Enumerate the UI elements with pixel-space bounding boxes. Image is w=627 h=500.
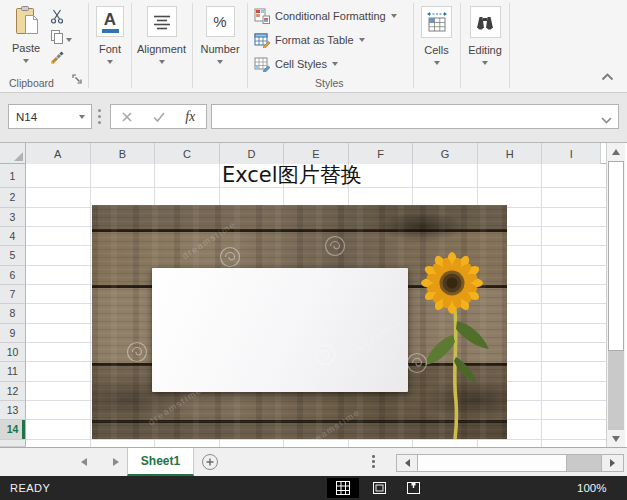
column-header-C[interactable]: C	[155, 143, 220, 164]
font-icon-letter: A	[104, 11, 116, 28]
row-header-8[interactable]: 8	[0, 304, 26, 323]
name-box[interactable]: N14	[8, 104, 92, 129]
fx-icon: fx	[185, 109, 195, 125]
watermark-spiral-icon	[406, 352, 428, 374]
row-header-2[interactable]: 2	[0, 188, 26, 207]
conditional-formatting-arrow	[391, 14, 397, 18]
normal-view-button[interactable]	[327, 478, 359, 498]
next-sheet-button[interactable]	[113, 458, 119, 466]
grid-view-icon	[336, 481, 350, 495]
vertical-scrollbar-track[interactable]	[608, 351, 624, 430]
row-header-12[interactable]: 12	[0, 382, 26, 401]
collapse-ribbon-button[interactable]	[601, 67, 614, 85]
format-as-table-button[interactable]: Format as Table	[254, 30, 365, 50]
column-header-D[interactable]: D	[220, 143, 285, 164]
row-header-13[interactable]: 13	[0, 401, 26, 420]
scroll-up-button[interactable]	[607, 143, 625, 160]
copy-icon	[50, 29, 64, 44]
row-header-partial	[0, 440, 26, 447]
horizontal-scrollbar-thumb[interactable]	[418, 455, 567, 471]
paste-label: Paste	[12, 42, 40, 54]
horizontal-scrollbar-track[interactable]	[567, 455, 601, 471]
format-painter-button[interactable]	[48, 48, 66, 66]
column-header-I[interactable]: I	[542, 143, 601, 164]
column-header-G[interactable]: G	[413, 143, 478, 164]
format-as-table-label: Format as Table	[275, 34, 354, 46]
column-header-E[interactable]: E	[284, 143, 349, 164]
column-header-H[interactable]: H	[478, 143, 543, 164]
excel-window: Paste	[0, 0, 627, 500]
row-header-6[interactable]: 6	[0, 266, 26, 285]
cell-styles-arrow	[332, 62, 338, 66]
styles-group-label: Styles	[315, 77, 344, 89]
cut-button[interactable]	[48, 7, 66, 25]
column-header-B[interactable]: B	[91, 143, 156, 164]
scissors-icon	[50, 9, 64, 24]
copy-button[interactable]	[48, 27, 66, 45]
insert-function-button[interactable]: fx	[174, 109, 206, 125]
column-header-F[interactable]: F	[349, 143, 414, 164]
format-as-table-icon	[254, 32, 270, 48]
select-all-button[interactable]	[0, 143, 26, 164]
triangle-down-icon	[612, 436, 620, 442]
dialog-launcher-icon	[72, 74, 82, 84]
tab-bar-splitter[interactable]	[372, 455, 375, 470]
number-button[interactable]: % Number	[193, 6, 247, 64]
conditional-formatting-button[interactable]: Conditional Formatting	[254, 6, 397, 26]
sheet-tab-active[interactable]: Sheet1	[127, 448, 194, 476]
vertical-scrollbar-thumb[interactable]	[608, 161, 624, 351]
cells-dropdown-arrow	[434, 61, 440, 65]
new-sheet-button[interactable]	[202, 454, 218, 470]
triangle-up-icon	[612, 149, 620, 155]
scroll-down-button[interactable]	[607, 430, 625, 447]
sheet-tab-bar: Sheet1	[0, 447, 627, 476]
row-header-14[interactable]: 14	[0, 420, 26, 439]
formula-bar-splitter[interactable]	[98, 109, 101, 127]
number-dropdown-arrow	[217, 60, 223, 64]
cancel-button[interactable]	[111, 112, 143, 122]
editing-button[interactable]: Editing	[461, 6, 509, 65]
row-header-3[interactable]: 3	[0, 208, 26, 227]
row-header-11[interactable]: 11	[0, 362, 26, 381]
clipboard-dialog-launcher[interactable]	[72, 70, 82, 88]
enter-button[interactable]	[143, 112, 175, 122]
row-header-7[interactable]: 7	[0, 285, 26, 304]
triangle-right-icon	[610, 459, 615, 467]
alignment-group-label: Alignment	[137, 43, 186, 55]
watermark-spiral-icon	[314, 344, 336, 366]
formula-buttons: fx	[110, 104, 207, 129]
cell-styles-button[interactable]: Cell Styles	[254, 54, 338, 74]
zoom-level[interactable]: 100%	[577, 482, 606, 494]
paste-icon	[13, 5, 40, 36]
sunflower-illustration	[412, 205, 507, 439]
paste-button[interactable]: Paste	[6, 5, 46, 63]
vertical-scrollbar[interactable]	[606, 143, 625, 447]
conditional-formatting-label: Conditional Formatting	[275, 10, 386, 22]
page-break-preview-button[interactable]	[400, 478, 427, 498]
expand-formula-bar-button[interactable]	[601, 114, 612, 126]
embedded-picture[interactable]: dreamstime dreamstime dreamstime dreamst…	[92, 205, 507, 439]
row-header-10[interactable]: 10	[0, 343, 26, 362]
horizontal-scrollbar[interactable]	[396, 454, 624, 472]
column-header-A[interactable]: A	[26, 143, 91, 164]
previous-sheet-button[interactable]	[81, 458, 87, 466]
binoculars-icon	[475, 14, 495, 30]
row-header-5[interactable]: 5	[0, 246, 26, 265]
scroll-right-button[interactable]	[601, 455, 623, 471]
format-painter-icon	[50, 50, 64, 65]
row-header-9[interactable]: 9	[0, 324, 26, 343]
scroll-left-button[interactable]	[397, 455, 418, 471]
watermark-spiral-icon	[324, 235, 346, 257]
cells-button[interactable]: Cells	[414, 6, 459, 65]
alignment-button[interactable]: Alignment	[132, 6, 191, 64]
chevron-up-icon	[601, 73, 614, 81]
copy-dropdown-arrow[interactable]	[66, 38, 72, 42]
ribbon-separator	[509, 3, 510, 88]
ribbon-separator	[247, 3, 248, 88]
row-header-4[interactable]: 4	[0, 227, 26, 246]
row-header-1[interactable]: 1	[0, 164, 26, 188]
page-layout-view-button[interactable]	[366, 478, 393, 498]
font-button[interactable]: A Font	[89, 6, 131, 64]
cancel-x-icon	[122, 112, 132, 122]
formula-input[interactable]	[211, 104, 619, 129]
